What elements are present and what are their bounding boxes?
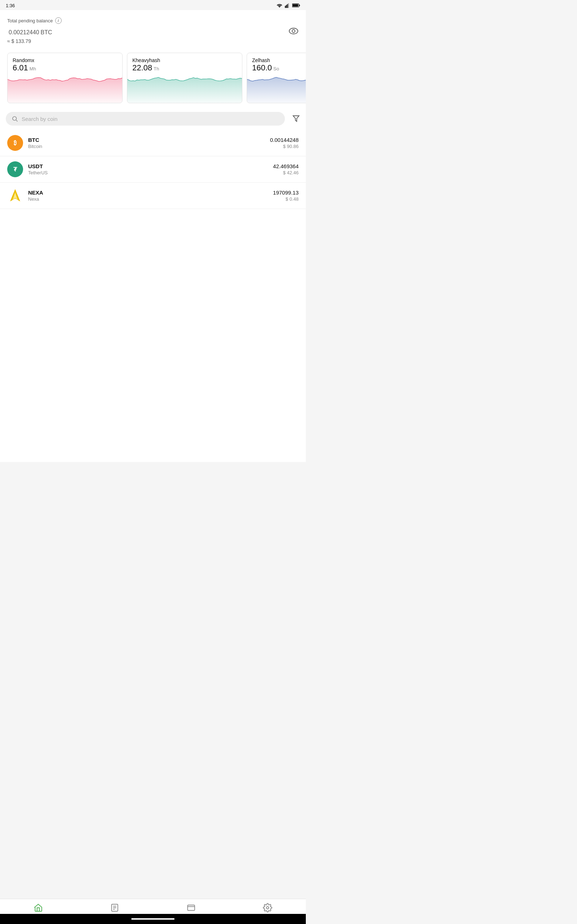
status-time: 1:36 bbox=[6, 3, 15, 8]
coin-amounts: 42.469364 $ 42.46 bbox=[273, 163, 298, 175]
algo-name: Kheavyhash bbox=[132, 57, 237, 63]
balance-btc: 0.00212440BTC bbox=[7, 25, 52, 37]
eye-button[interactable] bbox=[288, 26, 298, 36]
coin-amount: 42.469364 bbox=[273, 163, 298, 169]
svg-rect-2 bbox=[287, 4, 288, 8]
coin-info: NEXA Nexa bbox=[28, 189, 273, 202]
header-section: Total pending balance i 0.00212440BTC ≈ … bbox=[0, 10, 306, 48]
algo-name: Zelhash bbox=[252, 57, 306, 63]
svg-rect-6 bbox=[292, 4, 298, 6]
coin-logo-nexa bbox=[7, 188, 23, 204]
pending-balance-label: Total pending balance i bbox=[7, 17, 298, 24]
search-icon bbox=[11, 115, 18, 122]
signal-icon bbox=[285, 3, 290, 8]
coin-amount: 0.00144248 bbox=[270, 137, 298, 143]
svg-line-13 bbox=[16, 120, 18, 122]
svg-rect-0 bbox=[285, 6, 285, 8]
coin-usd-value: $ 90.86 bbox=[270, 144, 298, 149]
search-section: Search by coin bbox=[0, 109, 306, 126]
coin-info: USDT TetherUS bbox=[28, 163, 273, 175]
algo-name: Randomx bbox=[13, 57, 117, 63]
algo-value: 22.08Th bbox=[132, 63, 237, 73]
algo-card-randomx[interactable]: Randomx 6.01Mh bbox=[7, 53, 122, 103]
status-icons bbox=[276, 3, 300, 8]
filter-icon[interactable] bbox=[292, 115, 300, 123]
coin-amounts: 197099.13 $ 0.48 bbox=[273, 189, 298, 202]
battery-icon bbox=[292, 3, 300, 8]
main-content: Total pending balance i 0.00212440BTC ≈ … bbox=[0, 10, 306, 462]
coin-item-usdt[interactable]: ₮ USDT TetherUS 42.469364 $ 42.46 bbox=[0, 156, 306, 183]
coin-item-btc[interactable]: ₿ BTC Bitcoin 0.00144248 $ 90.86 bbox=[0, 130, 306, 156]
coin-usd-value: $ 42.46 bbox=[273, 170, 298, 175]
svg-rect-5 bbox=[299, 5, 300, 6]
algo-value: 6.01Mh bbox=[13, 63, 117, 73]
balance-usd: ≈ $ 133.79 bbox=[7, 38, 298, 44]
coin-list: ₿ BTC Bitcoin 0.00144248 $ 90.86 ₮ USDT … bbox=[0, 130, 306, 209]
svg-marker-14 bbox=[293, 116, 299, 122]
coin-ticker: BTC bbox=[28, 137, 270, 143]
coin-info: BTC Bitcoin bbox=[28, 137, 270, 149]
svg-rect-3 bbox=[288, 3, 289, 8]
wifi-icon bbox=[276, 3, 283, 8]
svg-point-8 bbox=[292, 30, 295, 32]
search-placeholder: Search by coin bbox=[22, 116, 279, 122]
coin-item-nexa[interactable]: NEXA Nexa 197099.13 $ 0.48 bbox=[0, 183, 306, 209]
coin-amount: 197099.13 bbox=[273, 189, 298, 195]
algo-value: 160.0So bbox=[252, 63, 306, 73]
coin-amounts: 0.00144248 $ 90.86 bbox=[270, 137, 298, 149]
coin-logo-btc: ₿ bbox=[7, 135, 23, 151]
svg-point-12 bbox=[13, 116, 16, 121]
svg-marker-9 bbox=[8, 78, 122, 103]
svg-marker-10 bbox=[127, 77, 242, 103]
search-bar[interactable]: Search by coin bbox=[6, 112, 285, 126]
status-bar: 1:36 bbox=[0, 0, 306, 10]
algo-card-zelhash[interactable]: Zelhash 160.0So bbox=[247, 53, 306, 103]
coin-usd-value: $ 0.48 bbox=[273, 196, 298, 202]
coin-ticker: NEXA bbox=[28, 189, 273, 195]
coin-ticker: USDT bbox=[28, 163, 273, 169]
coin-full-name: Bitcoin bbox=[28, 144, 270, 149]
svg-rect-1 bbox=[286, 5, 287, 8]
coin-logo-usdt: ₮ bbox=[7, 162, 23, 177]
svg-marker-11 bbox=[247, 77, 306, 103]
algo-card-kheavyhash[interactable]: Kheavyhash 22.08Th bbox=[127, 53, 242, 103]
coin-full-name: Nexa bbox=[28, 196, 273, 202]
svg-point-7 bbox=[289, 28, 298, 34]
coin-full-name: TetherUS bbox=[28, 170, 273, 175]
info-icon[interactable]: i bbox=[55, 17, 62, 24]
algo-cards-scroll[interactable]: Randomx 6.01Mh Kheavyhash 22.08Th bbox=[0, 48, 306, 109]
